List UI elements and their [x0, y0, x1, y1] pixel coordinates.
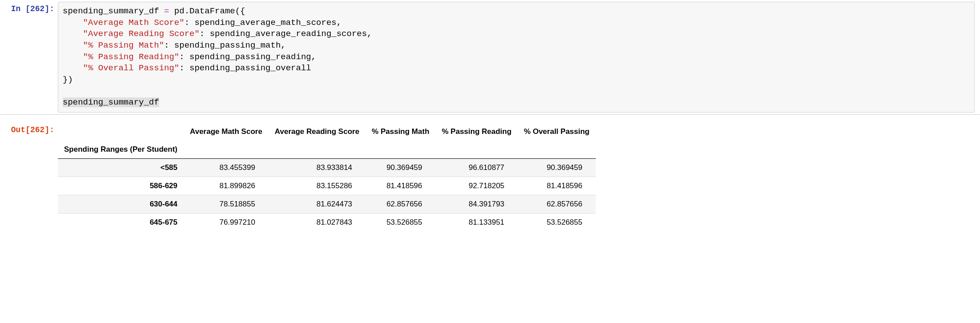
cell: 78.518855 [184, 195, 269, 213]
notebook-cell: In [262]: spending_summary_df = pd.DataF… [0, 0, 980, 115]
in-label: In [11, 4, 25, 13]
cell-content: spending_summary_df = pd.DataFrame({ "Av… [58, 2, 980, 113]
out-exec-count: 262 [30, 125, 44, 134]
out-label: Out [11, 125, 25, 134]
index-name-row: Spending Ranges (Per Student) [58, 141, 596, 159]
cell: 81.418596 [518, 177, 595, 195]
cell: 53.526855 [518, 213, 595, 231]
col-header: Average Reading Score [269, 123, 365, 141]
cell: 90.369459 [518, 158, 595, 177]
cell: 96.610877 [436, 158, 518, 177]
cell: 62.857656 [518, 195, 595, 213]
cell: 83.455399 [184, 158, 269, 177]
cell: 81.624473 [269, 195, 365, 213]
cell: 76.997210 [184, 213, 269, 231]
col-header: % Passing Reading [436, 123, 518, 141]
cell: 83.155286 [269, 177, 365, 195]
row-index: 630-644 [58, 195, 184, 213]
cell: 81.133951 [436, 213, 518, 231]
table-row: <585 83.455399 83.933814 90.369459 96.61… [58, 158, 596, 177]
table-row: 586-629 81.899826 83.155286 81.418596 92… [58, 177, 596, 195]
col-header: % Overall Passing [518, 123, 595, 141]
dataframe-table: Average Math Score Average Reading Score… [58, 123, 596, 231]
row-index: 645-675 [58, 213, 184, 231]
blank-header [58, 123, 184, 141]
table-row: 645-675 76.997210 81.027843 53.526855 81… [58, 213, 596, 231]
cell: 81.899826 [184, 177, 269, 195]
code-input[interactable]: spending_summary_df = pd.DataFrame({ "Av… [58, 2, 975, 113]
cell: 90.369459 [365, 158, 435, 177]
row-index: <585 [58, 158, 184, 177]
in-exec-count: 262 [30, 4, 44, 13]
cell: 81.027843 [269, 213, 365, 231]
cell: 84.391793 [436, 195, 518, 213]
cell: 62.857656 [365, 195, 435, 213]
row-index: 586-629 [58, 177, 184, 195]
table-row: 630-644 78.518855 81.624473 62.857656 84… [58, 195, 596, 213]
cell: 81.418596 [365, 177, 435, 195]
col-header: % Passing Math [365, 123, 435, 141]
output-prompt: Out[262]: [0, 123, 58, 235]
cell: 92.718205 [436, 177, 518, 195]
column-header-row: Average Math Score Average Reading Score… [58, 123, 596, 141]
col-header: Average Math Score [184, 123, 269, 141]
output-row: Out[262]: Average Math Score Average Rea… [0, 115, 980, 235]
input-prompt: In [262]: [0, 2, 58, 113]
index-name: Spending Ranges (Per Student) [58, 141, 184, 159]
cell: 83.933814 [269, 158, 365, 177]
cell: 53.526855 [365, 213, 435, 231]
output-content: Average Math Score Average Reading Score… [58, 123, 980, 235]
